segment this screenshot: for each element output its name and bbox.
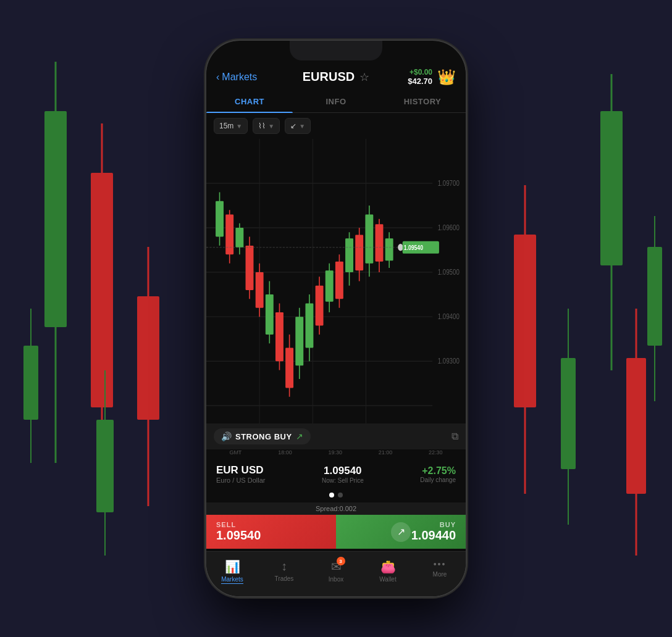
- favorite-star-icon[interactable]: ☆: [359, 70, 369, 84]
- price-info: 1.09540 Now: Sell Price: [322, 465, 364, 484]
- nav-wallet[interactable]: 👛 Wallet: [362, 557, 414, 586]
- timeframe-selector[interactable]: 15m ▼: [214, 118, 248, 134]
- nav-inbox[interactable]: ✉ 3 Inbox: [310, 557, 362, 586]
- svg-rect-37: [225, 214, 233, 254]
- svg-rect-59: [335, 262, 343, 299]
- sell-button[interactable]: SELL 1.09540: [206, 515, 336, 549]
- svg-rect-35: [216, 201, 224, 237]
- buy-button[interactable]: ↗ BUY 1.09440: [336, 515, 466, 549]
- svg-rect-13: [514, 235, 536, 407]
- svg-text:1.09600: 1.09600: [438, 223, 460, 232]
- time-1800: 18:00: [278, 449, 292, 456]
- buy-price: 1.09440: [411, 528, 456, 543]
- svg-rect-41: [246, 246, 254, 290]
- tab-info[interactable]: INFO: [293, 91, 379, 112]
- time-2100: 21:00: [379, 449, 393, 456]
- svg-rect-1: [44, 111, 67, 327]
- svg-rect-55: [316, 286, 324, 326]
- current-price: 1.09540: [322, 465, 364, 477]
- svg-text:1.09400: 1.09400: [438, 312, 460, 321]
- svg-rect-65: [365, 214, 373, 263]
- signal-sound-icon: 🔊: [221, 431, 232, 441]
- svg-rect-49: [285, 348, 293, 388]
- draw-tool-icon: ↙: [290, 122, 296, 130]
- nav-trades[interactable]: ↕ Trades: [258, 557, 310, 586]
- spread-value: 0.002: [340, 505, 357, 512]
- spread-bar: Spread: 0.002: [206, 502, 466, 515]
- svg-rect-43: [256, 272, 264, 308]
- profit-badge: +$0.00 $42.70: [408, 68, 432, 86]
- trade-buttons: SELL 1.09540 ↗ BUY 1.09440: [206, 515, 466, 549]
- svg-rect-19: [647, 247, 662, 346]
- timeframe-chevron-icon: ▼: [236, 123, 242, 130]
- draw-tool-selector[interactable]: ↙ ▼: [285, 118, 311, 134]
- svg-rect-7: [137, 296, 159, 420]
- screen: ‹ Markets EURUSD ☆ +$0.00 $42.70 👑: [206, 41, 466, 596]
- signal-badge: 🔊 STRONG BUY ↗: [214, 428, 311, 444]
- chart-toolbar: 15m ▼ ⌇⌇ ▼ ↙ ▼: [206, 113, 466, 139]
- back-chevron-icon: ‹: [216, 72, 219, 83]
- daily-change-info: +2.75% Daily change: [420, 465, 456, 483]
- svg-rect-53: [305, 304, 313, 348]
- sell-label: SELL: [216, 521, 326, 528]
- back-button[interactable]: ‹ Markets: [216, 72, 257, 83]
- inbox-icon: ✉ 3: [331, 559, 342, 574]
- trade-section: Spread: 0.002 SELL 1.09540 ↗ BUY 1.09440: [206, 502, 466, 551]
- tab-chart[interactable]: CHART: [206, 91, 293, 112]
- spread-label: Spread:: [316, 505, 340, 512]
- chart-copy-icon[interactable]: ⧉: [452, 431, 458, 442]
- phone-frame: ‹ Markets EURUSD ☆ +$0.00 $42.70 👑: [206, 41, 466, 596]
- svg-rect-57: [326, 270, 334, 301]
- nav-inbox-label: Inbox: [329, 576, 343, 583]
- chart-area[interactable]: 1.09700 1.09600 1.09500 1.09400 1.09300: [206, 139, 466, 423]
- price-type-label: Now: Sell Price: [322, 477, 364, 484]
- svg-rect-51: [295, 317, 303, 365]
- nav-markets[interactable]: 📊 Markets: [206, 557, 258, 586]
- nav-more[interactable]: ••• More: [414, 557, 466, 586]
- timeframe-label: 15m: [219, 122, 233, 130]
- svg-rect-5: [23, 346, 38, 420]
- svg-rect-69: [385, 238, 393, 260]
- gmt-label: GMT: [229, 449, 242, 456]
- svg-rect-9: [96, 420, 114, 512]
- buy-arrow-icon: ↗: [391, 522, 411, 542]
- header-right: +$0.00 $42.70 👑: [408, 68, 456, 86]
- signal-bar: 🔊 STRONG BUY ↗ ⧉: [206, 423, 466, 449]
- crown-icon: 👑: [437, 69, 456, 86]
- dot-1: [329, 493, 334, 498]
- time-2230: 22:30: [429, 449, 443, 456]
- more-icon: •••: [434, 559, 447, 569]
- nav-wallet-label: Wallet: [379, 576, 396, 583]
- signal-label: STRONG BUY: [235, 432, 292, 441]
- signal-direction-icon: ↗: [296, 431, 303, 441]
- svg-rect-3: [91, 173, 113, 407]
- svg-rect-45: [266, 294, 274, 335]
- nav-markets-label: Markets: [221, 576, 243, 584]
- markets-icon: 📊: [225, 559, 240, 574]
- svg-text:1.09300: 1.09300: [438, 357, 460, 365]
- tab-bar: CHART INFO HISTORY: [206, 91, 466, 113]
- price-info-section: EUR USD Euro / US Dollar 1.09540 Now: Se…: [206, 458, 466, 490]
- time-axis: GMT 18:00 19:30 21:00 22:30: [206, 449, 466, 458]
- bottom-navigation: 📊 Markets ↕ Trades ✉ 3 Inbox 👛 Wallet: [206, 551, 466, 596]
- wallet-icon: 👛: [380, 559, 396, 574]
- pair-name: EURUSD: [303, 70, 355, 84]
- profit-total: $42.70: [408, 77, 432, 86]
- nav-trades-label: Trades: [275, 575, 294, 582]
- svg-point-71: [398, 244, 403, 251]
- svg-text:1.09700: 1.09700: [438, 179, 460, 188]
- pair-info: EUR USD Euro / US Dollar: [216, 464, 265, 484]
- inbox-badge: 3: [337, 557, 345, 565]
- back-label: Markets: [222, 72, 257, 83]
- trades-icon: ↕: [281, 559, 287, 573]
- profit-change: +$0.00: [408, 68, 432, 77]
- pair-description: Euro / US Dollar: [216, 477, 265, 484]
- app-header: ‹ Markets EURUSD ☆ +$0.00 $42.70 👑: [206, 63, 466, 88]
- svg-rect-63: [355, 235, 363, 271]
- sell-price: 1.09540: [216, 528, 326, 543]
- svg-text:1.09540: 1.09540: [404, 244, 423, 251]
- svg-rect-39: [235, 228, 243, 248]
- chart-type-selector[interactable]: ⌇⌇ ▼: [253, 118, 280, 134]
- tab-history[interactable]: HISTORY: [379, 91, 466, 112]
- svg-rect-17: [626, 358, 646, 494]
